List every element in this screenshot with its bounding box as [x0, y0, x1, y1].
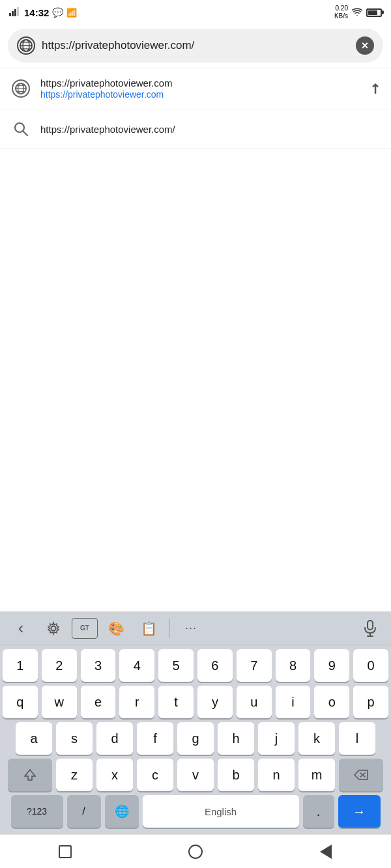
- svg-rect-2: [14, 9, 16, 16]
- svg-point-16: [51, 626, 56, 630]
- battery-fill: [368, 10, 377, 15]
- time-label: 14:32: [24, 7, 49, 18]
- key-t[interactable]: t: [158, 686, 194, 718]
- suggestion-item-0[interactable]: https://privatephotoviewer.com https://p…: [0, 68, 391, 109]
- wifi-icon: [352, 8, 362, 18]
- key-q[interactable]: q: [3, 686, 38, 718]
- key-y[interactable]: y: [197, 686, 233, 718]
- back-nav-button[interactable]: [310, 835, 342, 868]
- key-4[interactable]: 4: [119, 649, 154, 682]
- backspace-key[interactable]: [339, 759, 383, 791]
- sugg-arrow-0: ↗: [366, 79, 384, 98]
- signal-icon: [9, 7, 21, 18]
- key-g[interactable]: g: [177, 722, 214, 755]
- suggestions-list: https://privatephotoviewer.com https://p…: [0, 68, 391, 149]
- back-icon: [320, 845, 332, 859]
- key-h[interactable]: h: [218, 722, 254, 755]
- key-w[interactable]: w: [42, 686, 77, 718]
- enter-key[interactable]: →: [338, 795, 381, 828]
- numbers-switch-key[interactable]: ?123: [11, 795, 63, 828]
- bottom-nav: [0, 834, 391, 868]
- key-a[interactable]: a: [16, 722, 52, 755]
- address-bar[interactable]: ×: [8, 29, 383, 63]
- page: 14:32 💬 📶 0.20KB/s: [0, 0, 391, 868]
- key-8[interactable]: 8: [276, 649, 311, 682]
- key-3[interactable]: 3: [81, 649, 116, 682]
- key-5[interactable]: 5: [158, 649, 194, 682]
- whatsapp-icon: 💬: [52, 7, 63, 18]
- palette-toolbar-button[interactable]: 🎨: [102, 616, 130, 641]
- url-input[interactable]: [42, 39, 349, 52]
- key-c[interactable]: c: [137, 759, 173, 791]
- home-nav-button[interactable]: [179, 835, 212, 868]
- space-key[interactable]: English: [143, 795, 299, 828]
- suggestion-item-1[interactable]: https://privatephotoviewer.com/: [0, 109, 391, 149]
- svg-rect-17: [368, 621, 373, 630]
- mic-toolbar-button[interactable]: [356, 616, 384, 641]
- key-l[interactable]: l: [339, 722, 375, 755]
- svg-rect-0: [9, 13, 11, 16]
- sugg-main-text-0: https://privatephotoviewer.com: [40, 77, 360, 89]
- key-e[interactable]: e: [81, 686, 116, 718]
- sugg-main-text-1: https://privatephotoviewer.com/: [40, 124, 381, 135]
- sugg-content-0: https://privatephotoviewer.com https://p…: [40, 77, 360, 100]
- key-2[interactable]: 2: [42, 649, 77, 682]
- sugg-content-1: https://privatephotoviewer.com/: [40, 124, 381, 135]
- shift-key[interactable]: [8, 759, 52, 791]
- key-n[interactable]: n: [258, 759, 295, 791]
- key-z[interactable]: z: [56, 759, 93, 791]
- key-m[interactable]: m: [298, 759, 335, 791]
- key-b[interactable]: b: [218, 759, 254, 791]
- key-i[interactable]: i: [276, 686, 311, 718]
- svg-rect-3: [17, 7, 19, 16]
- globe-icon: [17, 36, 35, 55]
- recents-icon: [59, 845, 72, 858]
- clipboard-toolbar-button[interactable]: 📋: [134, 616, 163, 641]
- key-s[interactable]: s: [56, 722, 93, 755]
- translate-toolbar-button[interactable]: GT: [72, 618, 98, 639]
- address-bar-wrap: ×: [0, 23, 391, 68]
- key-j[interactable]: j: [258, 722, 295, 755]
- home-icon: [188, 845, 203, 859]
- clear-button[interactable]: ×: [356, 36, 374, 55]
- key-d[interactable]: d: [96, 722, 133, 755]
- asdf-row: a s d f g h j k l: [3, 722, 388, 755]
- key-0[interactable]: 0: [353, 649, 388, 682]
- key-u[interactable]: u: [237, 686, 272, 718]
- key-f[interactable]: f: [137, 722, 173, 755]
- bottom-row: ?123 / 🌐 English . →: [3, 795, 388, 828]
- key-k[interactable]: k: [298, 722, 335, 755]
- key-1[interactable]: 1: [3, 649, 38, 682]
- qwerty-row: q w e r t y u i o p: [3, 686, 388, 718]
- more-toolbar-button[interactable]: ···: [177, 616, 205, 641]
- globe-keyboard-key[interactable]: 🌐: [105, 795, 139, 828]
- status-right: 0.20KB/s: [334, 5, 382, 20]
- key-x[interactable]: x: [96, 759, 133, 791]
- back-toolbar-button[interactable]: ‹: [7, 616, 35, 641]
- svg-rect-1: [12, 11, 14, 16]
- number-row: 1 2 3 4 5 6 7 8 9 0: [3, 649, 388, 682]
- key-r[interactable]: r: [119, 686, 154, 718]
- key-p[interactable]: p: [353, 686, 388, 718]
- recents-nav-button[interactable]: [49, 835, 81, 868]
- sugg-globe-icon-0: [10, 78, 31, 99]
- period-key[interactable]: .: [303, 795, 334, 828]
- key-o[interactable]: o: [314, 686, 349, 718]
- status-left: 14:32 💬 📶: [9, 7, 77, 18]
- zxcv-row: z x c v b n m: [3, 759, 388, 791]
- sugg-search-icon-1: [10, 119, 31, 139]
- keyboard-rows: 1 2 3 4 5 6 7 8 9 0 q w e r t y u i: [0, 645, 391, 834]
- svg-marker-20: [25, 770, 35, 780]
- svg-line-15: [23, 132, 28, 136]
- status-bar: 14:32 💬 📶 0.20KB/s: [0, 0, 391, 23]
- key-v[interactable]: v: [177, 759, 214, 791]
- sugg-sub-text-0: https://privatephotoviewer.com: [40, 89, 360, 100]
- keyboard-toolbar: ‹ GT 🎨 📋 ···: [0, 611, 391, 645]
- key-6[interactable]: 6: [197, 649, 233, 682]
- settings-toolbar-button[interactable]: [39, 616, 68, 641]
- content-area: [0, 149, 391, 611]
- slash-key[interactable]: /: [67, 795, 101, 828]
- key-7[interactable]: 7: [237, 649, 272, 682]
- key-9[interactable]: 9: [314, 649, 349, 682]
- toolbar-divider: [169, 619, 170, 638]
